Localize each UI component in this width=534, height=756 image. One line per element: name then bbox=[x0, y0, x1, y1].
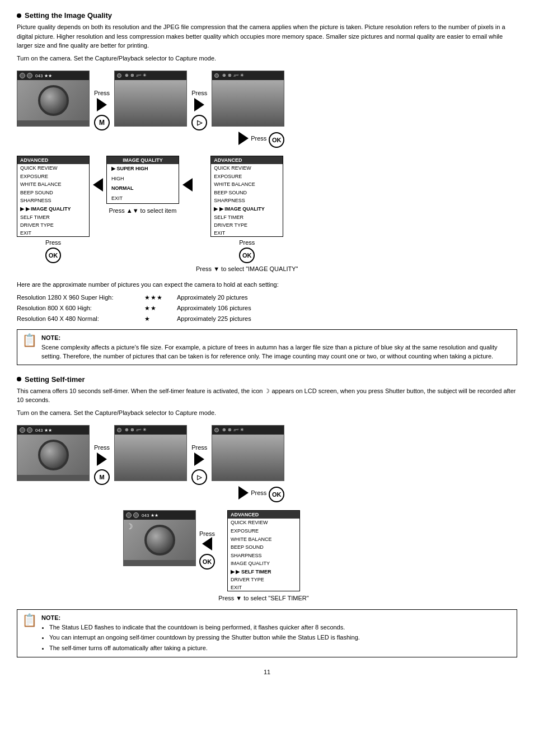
menu-item-iq: ▶ IMAGE QUALITY bbox=[17, 205, 89, 213]
face-icons-row: ⊕ ⊗ 𝄹 ✳ bbox=[125, 73, 147, 78]
st-cam-icon-t1 bbox=[126, 512, 132, 518]
section1: Setting the Image Quality Picture qualit… bbox=[17, 11, 517, 365]
ok-button-1[interactable]: OK bbox=[269, 132, 284, 148]
menu-panel-left: ADVANCED QUICK REVIEW EXPOSURE WHITE BAL… bbox=[17, 156, 90, 237]
select-updown-label: Press ▲▼ to select item bbox=[109, 207, 177, 214]
st-press-2: Press bbox=[191, 444, 207, 451]
camera-bottom bbox=[17, 120, 89, 126]
st-m-icon: M bbox=[99, 474, 104, 480]
camera-body bbox=[17, 80, 89, 120]
st-mi-st: ▶ SELF TIMER bbox=[228, 568, 299, 576]
st-play-btn[interactable]: ▷ bbox=[191, 469, 207, 485]
st-arr-l-1 bbox=[202, 537, 212, 550]
st-ok-btn-2[interactable]: OK bbox=[199, 554, 215, 570]
fi1: ⊕ bbox=[125, 73, 129, 78]
menu-item-wb2: WHITE BALANCE bbox=[211, 180, 283, 189]
st-ok-label-1: OK bbox=[272, 491, 282, 498]
menu-item-sharp: SHARPNESS bbox=[17, 197, 89, 205]
st-f2-icons: ⊕ ⊗ 𝄹 ✳ bbox=[222, 427, 244, 433]
ok-button-right[interactable]: OK bbox=[239, 248, 255, 263]
section2-instruction: Turn on the camera. Set the Capture/Play… bbox=[17, 408, 517, 418]
press-label-5: Press bbox=[239, 239, 255, 246]
resolution-section: Here are the approximate number of pictu… bbox=[17, 280, 517, 324]
arrow-right-1 bbox=[97, 98, 107, 111]
select-ok-label: Press ▼ to select "IMAGE QUALITY" bbox=[196, 265, 298, 272]
res-stars-1: ★★★ bbox=[144, 292, 172, 303]
ok-arrow bbox=[238, 132, 249, 145]
st-face-img-2: ⊕ ⊗ 𝄹 ✳ bbox=[212, 425, 284, 481]
face-block-2: ⊕ ⊗ 𝄹 ✳ Press OK bbox=[212, 71, 284, 148]
note1-content: NOTE: Scene complexity affects a picture… bbox=[41, 333, 512, 361]
res-stars-3: ★ bbox=[144, 314, 172, 324]
arrow-block-2: Press ▷ bbox=[187, 90, 212, 130]
st-cam-top-1: 043 ★★ bbox=[17, 426, 89, 435]
section1-body: Picture quality depends on both its reso… bbox=[17, 22, 517, 50]
menu-item-st2: SELF TIMER bbox=[211, 213, 283, 222]
st-diagram-row2: 043 ★★ ☽ Press OK ADVANCED bbox=[17, 510, 517, 601]
st-ok-btn-1[interactable]: OK bbox=[269, 487, 284, 502]
section2-body: This camera offers 10 seconds self-timer… bbox=[17, 386, 517, 405]
st-cam-icon-1 bbox=[20, 427, 25, 433]
res-row-3: Resolution 640 X 480 Normal: ★ Approxima… bbox=[17, 314, 517, 324]
st-menu-header: ADVANCED bbox=[228, 511, 299, 519]
press-ok-block: Press OK bbox=[238, 129, 284, 148]
note2-item-1: The Status LED flashes to indicate that … bbox=[49, 623, 360, 632]
menu-item-st: SELF TIMER bbox=[17, 213, 89, 222]
section2: Setting Self-timer This camera offers 10… bbox=[17, 375, 517, 657]
ok-label-1: OK bbox=[272, 137, 282, 143]
st-f1-icon bbox=[117, 428, 121, 432]
note1-box: 📋 NOTE: Scene complexity affects a pictu… bbox=[17, 329, 517, 365]
press-ok-left: Press OK bbox=[45, 239, 61, 263]
menu-item-exp2: EXPOSURE bbox=[211, 172, 283, 181]
camera-lens bbox=[38, 85, 69, 116]
st-face-top-2: ⊕ ⊗ 𝄹 ✳ bbox=[212, 426, 284, 435]
menu-item-bs2: BEEP SOUND bbox=[211, 189, 283, 197]
st-select-label: Press ▼ to select "SELF TIMER" bbox=[218, 595, 309, 601]
camera-image-1: 043 ★★ bbox=[17, 71, 90, 127]
st-camera-1: 043 ★★ bbox=[17, 425, 90, 481]
m-button[interactable]: M bbox=[94, 115, 110, 130]
note2-box: 📋 NOTE: The Status LED flashes to indica… bbox=[17, 609, 517, 657]
st-m-btn[interactable]: M bbox=[94, 469, 110, 485]
arrow-block-1: Press M bbox=[90, 90, 114, 130]
st-mi-sharp: SHARPNESS bbox=[228, 552, 299, 560]
st-cam-icon-2 bbox=[27, 427, 32, 433]
res-label-2: Resolution 800 X 600 High: bbox=[17, 303, 140, 314]
st-face-top-1: ⊕ ⊗ 𝄹 ✳ bbox=[115, 426, 186, 435]
iq-header: IMAGE QUALITY bbox=[107, 156, 179, 164]
st-stars: ★★ bbox=[44, 428, 52, 433]
st-face-body-1 bbox=[115, 435, 186, 480]
res-label-3: Resolution 640 X 480 Normal: bbox=[17, 314, 140, 324]
menu-item-bs: BEEP SOUND bbox=[17, 189, 89, 197]
note2-item-3: The self-timer turns off automatically a… bbox=[49, 643, 360, 653]
cam-icon-2 bbox=[27, 73, 32, 78]
ok-button-left[interactable]: OK bbox=[45, 248, 61, 263]
play-button[interactable]: ▷ bbox=[191, 115, 207, 130]
st-arr-r-2 bbox=[194, 452, 204, 466]
face-top-1: ⊕ ⊗ 𝄹 ✳ bbox=[115, 71, 186, 80]
face-top-2: ⊕ ⊗ 𝄹 ✳ bbox=[212, 71, 284, 80]
face-icons-row2: ⊕ ⊗ 𝄹 ✳ bbox=[222, 73, 244, 78]
cam-counter: 043 bbox=[35, 73, 43, 78]
diagram-row1: 043 ★★ Press M bbox=[17, 71, 517, 148]
arrow-left-2 bbox=[182, 178, 193, 192]
press-label-3: Press bbox=[251, 135, 266, 142]
play-icon: ▷ bbox=[197, 119, 202, 127]
st-face-body-2 bbox=[212, 435, 284, 480]
select-ok-text: Press ▼ to select "IMAGE QUALITY" bbox=[196, 265, 298, 272]
face-image-2: ⊕ ⊗ 𝄹 ✳ bbox=[212, 71, 284, 127]
menu-item-qr2: QUICK REVIEW bbox=[211, 164, 283, 172]
st-lens-timer bbox=[144, 525, 175, 556]
fi2-1: ⊕ bbox=[222, 73, 226, 78]
note2-icon: 📋 bbox=[22, 613, 37, 654]
face-body-1 bbox=[115, 80, 186, 126]
resolution-heading: Here are the approximate number of pictu… bbox=[17, 280, 517, 290]
arrow-left-1 bbox=[93, 178, 103, 192]
st-press-3: Press bbox=[251, 489, 266, 496]
menu-item-sharp2: SHARPNESS bbox=[211, 197, 283, 205]
iq-item-high: HIGH bbox=[107, 174, 179, 184]
st-camera-timer: 043 ★★ ☽ bbox=[123, 510, 196, 566]
advanced-menu-left: ADVANCED QUICK REVIEW EXPOSURE WHITE BAL… bbox=[17, 156, 90, 263]
st-counter-t: 043 bbox=[142, 513, 149, 518]
ok-label-3: OK bbox=[242, 252, 252, 259]
